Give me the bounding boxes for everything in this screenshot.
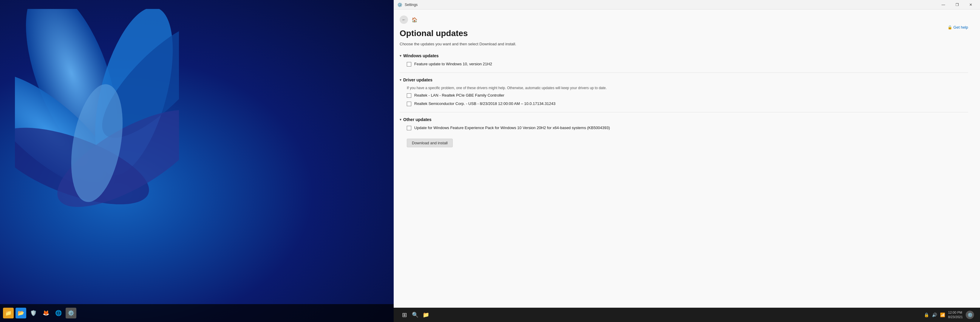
title-bar-title: Settings	[405, 3, 418, 7]
win11-taskbar: ⊞ 🔍 📁 🔒 🔊 📶 12:00 PM 8/23/2021 ⚙️	[394, 308, 980, 322]
get-help-label: Get help	[953, 25, 968, 30]
taskbar-icons-group: ⊞ 🔍 📁	[399, 310, 431, 320]
driver-update-checkbox-1[interactable]	[407, 102, 411, 106]
windows-update-checkbox-0[interactable]	[407, 62, 411, 67]
driver-update-checkbox-0[interactable]	[407, 93, 411, 98]
desktop-taskbar: 📁 📂 🛡️ 🦊 🌐 ⚙️	[0, 304, 394, 322]
driver-update-item-1: Realtek Semiconductor Corp. - USB - 8/23…	[407, 102, 968, 106]
other-updates-section: ▾ Other updates Update for Windows Featu…	[399, 117, 968, 130]
system-tray: 🔒 🔊 📶 12:00 PM 8/23/2021 ⚙️	[924, 310, 974, 320]
settings-window-icon: ⚙️	[397, 2, 402, 7]
wallpaper	[0, 0, 394, 322]
taskbar-icon-shield[interactable]: 🛡️	[28, 308, 39, 319]
wallpaper-art	[15, 9, 179, 277]
question-icon: 🔒	[948, 25, 952, 30]
other-updates-title: Other updates	[403, 117, 431, 122]
other-update-item-0: Update for Windows Feature Experience Pa…	[407, 125, 968, 130]
other-updates-header[interactable]: ▾ Other updates	[399, 117, 968, 122]
title-bar-left: ⚙️ Settings	[397, 2, 418, 7]
close-button[interactable]: ✕	[964, 0, 978, 10]
desktop: 📁 📂 🛡️ 🦊 🌐 ⚙️	[0, 0, 394, 322]
windows-updates-section: ▾ Windows updates Feature update to Wind…	[399, 53, 968, 67]
windows-update-item-0: Feature update to Windows 10, version 21…	[407, 62, 968, 67]
back-button[interactable]: ←	[399, 16, 408, 24]
taskbar-start-icon[interactable]: ⊞	[399, 310, 409, 320]
chevron-down-icon-3: ▾	[399, 117, 401, 122]
taskbar-icon-files[interactable]: 📁	[3, 308, 14, 319]
title-bar-controls: — ❐ ✕	[937, 0, 978, 10]
taskbar-search-icon[interactable]: 🔍	[410, 310, 420, 320]
windows-updates-title: Windows updates	[403, 53, 439, 58]
driver-update-label-1: Realtek Semiconductor Corp. - USB - 8/23…	[414, 102, 555, 106]
download-and-install-button[interactable]: Download and install	[407, 139, 453, 147]
taskbar-icon-chrome[interactable]: 🌐	[53, 308, 64, 319]
chevron-down-icon-2: ▾	[399, 78, 401, 82]
taskbar-icon-firefox[interactable]: 🦊	[41, 308, 51, 319]
tray-icon-3[interactable]: 📶	[940, 312, 945, 317]
page-title: Optional updates	[399, 29, 968, 38]
taskbar-explorer-icon[interactable]: 📁	[421, 310, 431, 320]
windows-update-label-0: Feature update to Windows 10, version 21…	[414, 62, 492, 66]
nav-row: ← 🏠	[399, 16, 968, 24]
restore-button[interactable]: ❐	[950, 0, 964, 10]
chevron-down-icon: ▾	[399, 54, 401, 58]
settings-window: ⚙️ Settings — ❐ ✕ ← 🏠 Optional updates C…	[394, 0, 980, 322]
taskbar-icon-settings[interactable]: ⚙️	[65, 308, 76, 319]
settings-taskbar-icon[interactable]: ⚙️	[966, 311, 974, 319]
windows-updates-header[interactable]: ▾ Windows updates	[399, 53, 968, 58]
driver-updates-title: Driver updates	[403, 78, 433, 82]
driver-update-label-0: Realtek - LAN - Realtek PCIe GBE Family …	[414, 93, 504, 97]
system-date: 8/23/2021	[948, 315, 963, 319]
driver-updates-section: ▾ Driver updates If you have a specific …	[399, 78, 968, 106]
minimize-button[interactable]: —	[937, 0, 950, 10]
system-clock[interactable]: 12:00 PM 8/23/2021	[948, 310, 963, 320]
get-help-link[interactable]: 🔒 Get help	[948, 25, 968, 30]
system-time: 12:00 PM	[948, 310, 963, 315]
driver-updates-description: If you have a specific problem, one of t…	[407, 86, 968, 90]
other-update-checkbox-0[interactable]	[407, 126, 411, 130]
tray-icon-1[interactable]: 🔒	[924, 312, 929, 317]
home-icon[interactable]: 🏠	[412, 17, 418, 23]
other-update-label-0: Update for Windows Feature Experience Pa…	[414, 125, 610, 130]
tray-icon-2[interactable]: 🔊	[932, 312, 937, 317]
content-area: ← 🏠 Optional updates Choose the updates …	[394, 10, 980, 322]
driver-update-item-0: Realtek - LAN - Realtek PCIe GBE Family …	[407, 93, 968, 98]
subtitle: Choose the updates you want and then sel…	[399, 42, 968, 46]
title-bar: ⚙️ Settings — ❐ ✕	[394, 0, 980, 10]
divider-2	[399, 112, 968, 113]
driver-updates-header[interactable]: ▾ Driver updates	[399, 78, 968, 82]
taskbar-icon-explorer[interactable]: 📂	[16, 308, 26, 319]
